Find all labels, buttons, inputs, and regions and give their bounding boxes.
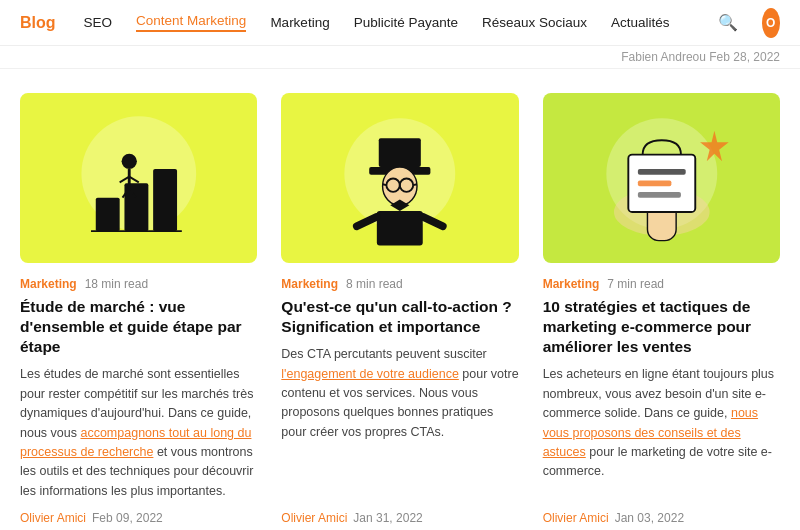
card-3-read: 7 min read	[607, 277, 664, 291]
nav-item-publicite[interactable]: Publicité Payante	[354, 15, 458, 30]
svg-line-18	[357, 216, 377, 226]
nav-logo[interactable]: Blog	[20, 14, 56, 32]
card-1-title[interactable]: Étude de marché : vue d'ensemble et guid…	[20, 297, 257, 357]
card-2-category: Marketing	[281, 277, 338, 291]
svg-line-24	[413, 184, 417, 185]
svg-rect-32	[637, 191, 680, 197]
avatar[interactable]: O	[762, 8, 780, 38]
svg-rect-30	[637, 168, 685, 174]
card-1-category: Marketing	[20, 277, 77, 291]
nav-item-reseaux[interactable]: Réseaux Sociaux	[482, 15, 587, 30]
card-3-illustration	[555, 102, 769, 255]
card-1-excerpt: Les études de marché sont essentielles p…	[20, 365, 257, 501]
card-3-excerpt: Les acheteurs en ligne étant toujours pl…	[543, 365, 780, 501]
svg-line-19	[423, 216, 443, 226]
svg-rect-31	[637, 180, 670, 186]
card-3-category: Marketing	[543, 277, 600, 291]
card-1-illustration	[32, 102, 246, 255]
svg-rect-1	[96, 197, 120, 230]
card-3-date: Jan 03, 2022	[615, 511, 684, 525]
card-2-excerpt: Des CTA percutants peuvent susciter l'en…	[281, 345, 518, 501]
card-3-author: Olivier Amici	[543, 511, 609, 525]
card-3: Marketing 7 min read 10 stratégies et ta…	[543, 93, 780, 525]
card-2-read: 8 min read	[346, 277, 403, 291]
card-1-author: Olivier Amici	[20, 511, 86, 525]
top-strip-text: Fabien Andreou Feb 28, 2022	[621, 50, 780, 64]
cards-grid: Marketing 18 min read Étude de marché : …	[20, 93, 780, 525]
main-nav: Blog SEO Content Marketing Marketing Pub…	[0, 0, 800, 46]
card-1: Marketing 18 min read Étude de marché : …	[20, 93, 257, 525]
svg-point-5	[121, 153, 136, 168]
nav-item-marketing[interactable]: Marketing	[270, 15, 329, 30]
card-2-footer: Olivier Amici Jan 31, 2022	[281, 511, 518, 525]
main-content: Marketing 18 min read Étude de marché : …	[0, 69, 800, 530]
nav-item-actualites[interactable]: Actualités	[611, 15, 670, 30]
nav-item-content-marketing[interactable]: Content Marketing	[136, 13, 246, 32]
svg-rect-12	[379, 138, 421, 167]
svg-line-23	[383, 184, 387, 185]
card-3-meta: Marketing 7 min read	[543, 277, 780, 291]
card-2-date: Jan 31, 2022	[353, 511, 422, 525]
card-2: Marketing 8 min read Qu'est-ce qu'un cal…	[281, 93, 518, 525]
card-3-image	[543, 93, 780, 263]
card-2-meta: Marketing 8 min read	[281, 277, 518, 291]
card-1-read: 18 min read	[85, 277, 148, 291]
card-3-title[interactable]: 10 stratégies et tactiques de marketing …	[543, 297, 780, 357]
card-2-author: Olivier Amici	[281, 511, 347, 525]
svg-rect-3	[153, 168, 177, 230]
card-3-footer: Olivier Amici Jan 03, 2022	[543, 511, 780, 525]
card-1-meta: Marketing 18 min read	[20, 277, 257, 291]
nav-item-seo[interactable]: SEO	[84, 15, 113, 30]
card-1-footer: Olivier Amici Feb 09, 2022	[20, 511, 257, 525]
card-1-date: Feb 09, 2022	[92, 511, 163, 525]
card-2-image	[281, 93, 518, 263]
search-icon[interactable]: 🔍	[718, 13, 738, 33]
svg-rect-17	[377, 211, 423, 245]
top-strip: Fabien Andreou Feb 28, 2022	[0, 46, 800, 69]
card-2-title[interactable]: Qu'est-ce qu'un call-to-action ? Signifi…	[281, 297, 518, 337]
card-1-image	[20, 93, 257, 263]
card-2-illustration	[293, 102, 507, 255]
